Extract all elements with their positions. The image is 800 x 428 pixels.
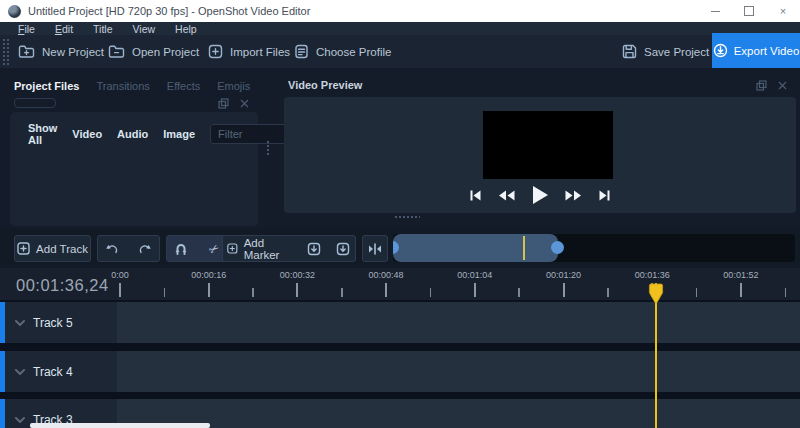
ruler-tick-minor <box>785 288 787 297</box>
jump-to-end-button[interactable] <box>598 189 611 202</box>
track-menu-button[interactable] <box>15 417 25 423</box>
import-files-button[interactable]: Import Files <box>208 35 290 68</box>
filter-show-all-button[interactable]: Show All <box>28 122 57 146</box>
ruler-tick-major <box>474 283 476 297</box>
export-video-button[interactable]: Export Video <box>712 33 800 68</box>
menu-edit[interactable]: Edit <box>45 23 83 35</box>
ruler-tick-label: 00:01:04 <box>457 270 492 280</box>
previous-marker-icon <box>307 242 321 256</box>
play-button[interactable] <box>531 185 549 205</box>
ruler-tick-minor <box>696 288 698 297</box>
ruler-tick-major <box>208 283 210 297</box>
save-project-label: Save Project <box>644 46 709 58</box>
filter-video-button[interactable]: Video <box>72 128 102 140</box>
video-frame <box>483 111 613 179</box>
ruler-tick-minor <box>252 288 254 297</box>
export-video-label: Export Video <box>734 45 800 57</box>
close-panel-icon[interactable] <box>239 98 250 109</box>
menu-file[interactable]: File <box>8 23 45 35</box>
preview-panel-controls <box>756 80 788 91</box>
zoom-slider-selection[interactable] <box>393 234 558 262</box>
center-playhead-icon <box>368 243 382 255</box>
track-label: Track 4 <box>33 365 73 379</box>
menu-view[interactable]: View <box>123 23 166 35</box>
next-marker-button[interactable] <box>332 236 355 261</box>
previous-marker-button[interactable] <box>302 236 325 261</box>
track-lane[interactable] <box>117 302 800 343</box>
menu-help[interactable]: Help <box>165 23 207 35</box>
vertical-splitter-handle[interactable] <box>266 140 271 156</box>
toolbar-drag-handle[interactable] <box>2 38 9 65</box>
ruler-tick-minor <box>518 288 520 297</box>
chevron-down-icon <box>15 320 25 326</box>
ruler-tick-minor <box>164 288 166 297</box>
tab-effects[interactable]: Effects <box>167 80 200 92</box>
track-header: Track 5 <box>5 302 117 343</box>
track-menu-button[interactable] <box>15 369 25 375</box>
track-header: Track 4 <box>5 351 117 392</box>
openshot-window: Untitled Project [HD 720p 30 fps] - Open… <box>0 0 800 428</box>
new-project-button[interactable]: New Project <box>18 35 104 68</box>
dock-area: Project Files Transitions Effects Emojis… <box>0 68 800 228</box>
menu-title[interactable]: Title <box>83 23 122 35</box>
center-playhead-button[interactable] <box>362 235 388 262</box>
current-time-display[interactable]: 00:01:36,24 <box>16 276 109 295</box>
add-track-button[interactable]: Add Track <box>14 235 91 262</box>
ruler-tick-major <box>740 283 742 297</box>
ruler-tick-label: 00:00:16 <box>191 270 226 280</box>
ruler-tick-major <box>563 283 565 297</box>
jump-to-start-button[interactable] <box>469 189 482 202</box>
float-panel-icon[interactable] <box>756 80 767 91</box>
snapping-toggle-button[interactable] <box>167 236 195 261</box>
jump-start-icon <box>469 189 482 202</box>
snap-magnet-icon <box>174 242 188 256</box>
open-project-button[interactable]: Open Project <box>108 35 199 68</box>
files-panel-controls <box>218 98 250 109</box>
playhead-marker[interactable] <box>648 283 664 304</box>
minimize-button[interactable] <box>698 0 732 22</box>
razor-icon: ✂ <box>206 240 222 257</box>
float-panel-icon[interactable] <box>218 98 229 109</box>
files-panel-title-handle[interactable] <box>14 98 56 108</box>
horizontal-splitter-handle[interactable] <box>394 215 420 220</box>
open-project-label: Open Project <box>132 46 199 58</box>
ruler-tick-label: 0:00 <box>111 270 129 280</box>
timeline-ruler[interactable]: 00:01:36,24 0:0000:00:1600:00:3200:00:48… <box>0 268 800 300</box>
next-marker-icon <box>336 242 350 256</box>
choose-profile-button[interactable]: Choose Profile <box>294 35 391 68</box>
timeline-zoom-slider[interactable] <box>393 234 795 262</box>
files-panel-tabs: Project Files Transitions Effects Emojis <box>14 80 250 92</box>
close-panel-icon[interactable] <box>777 80 788 91</box>
redo-button[interactable] <box>132 236 160 261</box>
openshot-logo-icon[interactable] <box>8 5 21 18</box>
track-row: Track 5 <box>0 302 800 343</box>
track-lane[interactable] <box>117 351 800 392</box>
tab-transitions[interactable]: Transitions <box>96 80 149 92</box>
playback-controls <box>284 185 796 205</box>
track-menu-button[interactable] <box>15 320 25 326</box>
save-project-button[interactable]: Save Project <box>622 35 709 68</box>
close-icon: × <box>780 6 786 17</box>
play-icon <box>531 185 549 205</box>
title-bar: Untitled Project [HD 720p 30 fps] - Open… <box>0 0 800 22</box>
close-button[interactable]: × <box>766 0 800 22</box>
tab-emojis[interactable]: Emojis <box>217 80 250 92</box>
filter-input[interactable] <box>210 124 288 144</box>
undo-button[interactable] <box>98 236 126 261</box>
maximize-button[interactable] <box>732 0 766 22</box>
horizontal-scrollbar[interactable] <box>30 423 210 428</box>
main-toolbar: New Project Open Project Import Files Ch… <box>0 35 800 68</box>
track-lane[interactable] <box>117 399 800 428</box>
playhead-line <box>655 283 657 428</box>
tab-project-files[interactable]: Project Files <box>14 80 79 92</box>
rewind-button[interactable] <box>498 190 515 201</box>
folder-plus-icon <box>18 44 35 59</box>
add-marker-button[interactable]: Add Marker <box>223 237 296 261</box>
filter-image-button[interactable]: Image <box>163 128 195 140</box>
fast-forward-button[interactable] <box>565 190 582 201</box>
add-track-icon <box>17 242 30 255</box>
tracks-area: Track 5 Track 4 Track 3 <box>0 300 800 428</box>
filter-audio-button[interactable]: Audio <box>117 128 148 140</box>
ruler-tick-label: 00:00:48 <box>369 270 404 280</box>
zoom-slider-right-handle[interactable] <box>551 241 564 254</box>
